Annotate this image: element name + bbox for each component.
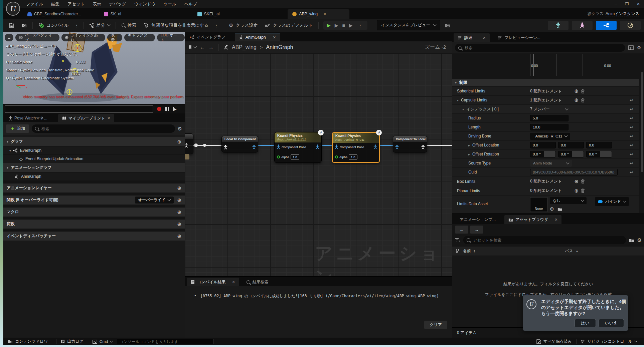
tab-preview-scene[interactable]: プレビューシーン... <box>494 33 544 42</box>
restore-assets-notification[interactable]: U エディタが予期せず終了したときに、4個のアセットエディタが開いていました。も… <box>523 295 628 331</box>
details-scrollbar[interactable] <box>641 72 643 172</box>
add-macro-icon[interactable]: ⊕ <box>177 209 181 215</box>
add-element-icon[interactable]: ⊕ <box>574 179 579 185</box>
close-tab-icon[interactable]: ✕ <box>232 280 235 284</box>
tab-skel-ai[interactable]: SKEL_ai <box>193 9 224 19</box>
reset-to-default-icon[interactable]: ↩ <box>630 170 633 175</box>
section-macros[interactable]: マクロ ⊕ <box>3 208 185 217</box>
chevron-down-icon[interactable] <box>565 107 568 110</box>
mesh-mode-button[interactable] <box>572 21 593 30</box>
reset-to-default-icon[interactable]: ↩ <box>630 161 633 166</box>
pose-pin[interactable] <box>185 143 188 148</box>
output-log-button[interactable]: 出力ログ <box>56 338 88 345</box>
close-tab-icon[interactable]: ✕ <box>107 116 110 120</box>
radius-input[interactable] <box>530 115 569 121</box>
offset-location-y[interactable] <box>558 142 584 148</box>
class-defaults-button[interactable]: クラスのデフォルト <box>262 20 316 30</box>
breadcrumb-current[interactable]: AnimGraph <box>266 44 293 50</box>
yes-button[interactable]: はい <box>575 319 596 327</box>
tab-my-blueprint[interactable]: マイブループリント ✕ <box>58 114 114 122</box>
reset-to-default-icon[interactable]: ↩ <box>630 134 633 139</box>
console-command-input[interactable] <box>120 340 211 344</box>
close-button[interactable]: ✕ <box>633 0 644 8</box>
tab-asset-browser[interactable]: アセットブラウザ ✕ <box>504 215 561 224</box>
menu-debug[interactable]: デバッグ <box>106 0 129 8</box>
display-filter-icon[interactable] <box>628 45 634 50</box>
input-pose-pin[interactable]: Component Pose <box>335 144 364 149</box>
browse-to-asset-icon[interactable] <box>557 207 562 211</box>
compile-options-icon[interactable]: ⋮ <box>73 23 80 28</box>
forward-icon[interactable]: → <box>208 44 214 50</box>
add-graph-icon[interactable]: ⊕ <box>177 139 181 145</box>
add-element-icon[interactable]: ⊕ <box>574 88 579 94</box>
trash-icon[interactable] <box>581 179 585 184</box>
record-button[interactable] <box>157 107 161 111</box>
play-button[interactable]: ▶ <box>327 22 331 28</box>
expander-icon[interactable]: ▸ <box>468 152 470 156</box>
frame-skip-button[interactable]: ▶ <box>335 23 338 28</box>
asset-thumbnail[interactable]: None <box>530 197 547 212</box>
history-back-button[interactable]: ← <box>455 226 468 234</box>
column-name[interactable]: 名前 <box>463 248 471 254</box>
add-element-icon[interactable]: ⊕ <box>574 97 579 103</box>
add-element-icon[interactable]: ⊕ <box>574 188 579 194</box>
menu-view[interactable]: 表示 <box>89 0 104 8</box>
tab-sk-ai[interactable]: SK_ai <box>99 9 126 19</box>
offset-rotation-y[interactable] <box>558 151 584 157</box>
close-tab-icon[interactable]: ✕ <box>323 12 326 16</box>
expander-icon[interactable]: ▾ <box>9 149 11 152</box>
show-dropdown[interactable]: 表示 <box>107 34 122 41</box>
reset-to-default-icon[interactable]: ↩ <box>630 125 633 130</box>
details-settings-icon[interactable]: ⚙ <box>637 45 641 51</box>
add-layer-icon[interactable]: ⊕ <box>177 185 181 191</box>
revision-column-icon[interactable] <box>456 249 460 253</box>
blueprint-mode-button[interactable] <box>596 21 617 30</box>
trash-icon[interactable] <box>581 98 585 102</box>
expander-icon[interactable]: ▾ <box>462 107 464 111</box>
alpha-pin[interactable]: Alpha 1.0 <box>277 154 299 159</box>
close-tab-icon[interactable]: ✕ <box>273 35 276 40</box>
add-button[interactable]: ＋ 追加 <box>6 124 29 133</box>
hide-unrelated-button[interactable]: 無関係な項目を非表示にする <box>141 20 212 30</box>
bind-dropdown[interactable]: バインド <box>595 197 629 206</box>
menu-asset[interactable]: アセット <box>64 0 88 8</box>
compile-button[interactable]: コンパイル <box>35 20 72 30</box>
menu-file[interactable]: ファイル <box>23 0 46 8</box>
tab-compile-results[interactable]: コンパイル結果 ✕ <box>187 278 239 286</box>
class-settings-button[interactable]: ⚙ クラス設定 <box>226 20 261 30</box>
output-pose-pin[interactable] <box>373 144 377 149</box>
debug-object-button[interactable] <box>442 21 453 30</box>
browse-asset-button[interactable] <box>18 21 30 30</box>
driving-bone-dropdown[interactable]: _AmiceB_R_C11 <box>530 133 570 140</box>
node-clipped[interactable] <box>185 154 189 159</box>
preview-viewport[interactable]: ≡ パースペクティブ ライティングあり 表示 キャラクター LOD オート AB… <box>3 32 185 104</box>
menu-tools[interactable]: ツール <box>160 0 179 8</box>
reset-to-default-icon[interactable]: ↩ <box>630 152 633 157</box>
override-dropdown[interactable]: オーバーライド <box>135 197 174 204</box>
alpha-pin[interactable]: Alpha 1.0 <box>335 154 357 159</box>
alpha-value[interactable]: 1.0 <box>291 154 299 159</box>
item-event-update-animation[interactable]: ◇ Event BlueprintUpdateAnimation <box>3 155 185 163</box>
diff-button[interactable]: 差分 <box>86 20 113 30</box>
no-button[interactable]: いいえ <box>599 319 624 327</box>
tab-pose-watch[interactable]: Pose Watchマネ... <box>5 114 51 122</box>
menu-window[interactable]: ウィンドウ <box>131 0 159 8</box>
console-command-field[interactable] <box>117 339 214 344</box>
expander-icon[interactable]: ▾ <box>455 81 457 84</box>
section-animation-layers[interactable]: アニメーションレイヤー ⊕ <box>3 184 185 193</box>
details-search[interactable] <box>455 44 625 52</box>
expander-icon[interactable]: ▾ <box>7 140 8 143</box>
save-button[interactable] <box>6 21 17 30</box>
node-kawaii-physics-left[interactable]: Kawaii Physics Root: _AmiceB_L_C11 Compo… <box>274 132 322 163</box>
output-pose-pin[interactable] <box>421 145 425 149</box>
asset-settings-icon[interactable]: ⚙ <box>637 237 642 243</box>
folder-icon[interactable] <box>629 238 634 242</box>
step-forward-button[interactable]: ▶ <box>172 107 177 111</box>
section-variables[interactable]: 変数 ⊕ <box>3 220 185 229</box>
blueprint-search[interactable] <box>32 124 175 133</box>
offset-rotation-x[interactable] <box>530 151 556 157</box>
pause-button[interactable] <box>165 107 169 111</box>
back-icon[interactable]: ← <box>200 44 205 50</box>
revision-control-dropdown[interactable]: リビジョンコントロール <box>577 338 641 345</box>
parent-class-link[interactable]: Animインスタンス <box>606 11 639 16</box>
